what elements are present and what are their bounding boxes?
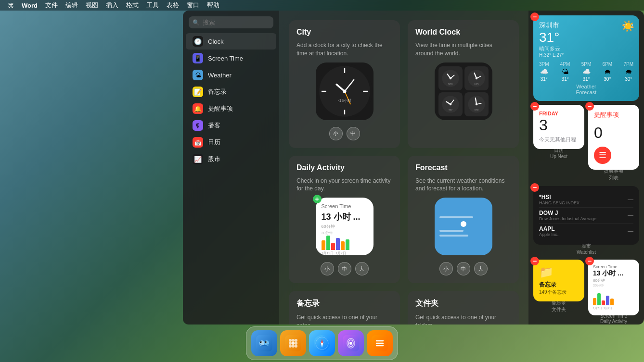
st-hours: 13 小时 ...	[322, 211, 361, 223]
svg-point-59	[349, 342, 352, 345]
stock-hsi-row: *HSI HANG SENG INDEX —	[539, 192, 633, 208]
mini-clock-svg-3: TKY	[440, 94, 461, 115]
city-clock-widget[interactable]: -15小时	[316, 62, 374, 120]
st-sublabel: 60分钟	[322, 224, 335, 230]
files-desc: Get quick access to one of your folders.	[415, 313, 511, 325]
widget-gallery: City Add a clock for a city to check the…	[279, 11, 528, 325]
files-title: 文件夹	[415, 299, 511, 309]
dock-finder[interactable]	[251, 330, 277, 356]
apple-menu[interactable]: ⌘	[4, 2, 18, 9]
svg-point-33	[475, 103, 477, 105]
notes-app-icon: 📝	[193, 87, 203, 97]
stocks-label: 股市 Watchlist	[533, 243, 639, 255]
notes-widget: − 📁 备忘录 149个备忘录	[533, 260, 584, 301]
menu-table[interactable]: 表格	[163, 1, 183, 10]
daily-activity-size-small[interactable]: 小	[321, 262, 334, 275]
svg-text:LON: LON	[474, 83, 478, 85]
forecast-item-1: 3PM ☁️ 31°	[539, 62, 549, 82]
city-size-medium[interactable]: 中	[347, 127, 360, 140]
forecast-size-medium[interactable]: 中	[457, 262, 470, 275]
menu-insert[interactable]: 插入	[102, 1, 122, 10]
notes-gallery-title: 备忘录	[296, 299, 392, 309]
svg-point-41	[266, 342, 267, 343]
search-box[interactable]: 🔍	[189, 16, 273, 28]
daily-activity-size-medium[interactable]: 中	[338, 262, 351, 275]
city-size-small[interactable]: 小	[329, 127, 343, 140]
reminders-widget: − 提醒事项 0 ☰	[588, 105, 639, 170]
daily-activity-widget[interactable]: + Screen Time 13 小时 ... 60分钟 30分钟 7月1	[316, 198, 374, 255]
remove-screen-time-btn[interactable]: −	[585, 257, 594, 265]
daily-activity-size-large[interactable]: 大	[355, 262, 369, 275]
forecast-item-5: 7PM 🌧 30°	[623, 62, 633, 82]
sidebar-item-podcasts[interactable]: 🎙 播客	[186, 117, 276, 134]
stock-aapl-row: AAPL Apple Inc.. —	[539, 224, 633, 239]
screen-time-right-widget: − Screen Time 13 小时 ... 60分钟 30分钟 1月7日1月…	[588, 260, 639, 315]
sidebar-item-screen-time[interactable]: 📱 Screen Time	[186, 50, 276, 66]
finder-icon	[256, 335, 272, 351]
notes-folder-icon: 📁	[539, 265, 579, 279]
forecast-widget[interactable]	[435, 198, 492, 255]
svg-point-47	[292, 342, 295, 345]
sidebar-item-label-screen-time: Screen Time	[208, 55, 243, 62]
svg-point-9	[343, 89, 346, 93]
sidebar-item-notes[interactable]: 📝 备忘录	[186, 84, 276, 100]
remove-weather-btn[interactable]: −	[530, 12, 539, 21]
svg-point-21	[475, 77, 477, 79]
dowj-value: —	[628, 212, 633, 219]
sidebar-item-clock[interactable]: 🕐 Clock	[186, 33, 276, 50]
remove-calendar-btn[interactable]: −	[530, 102, 539, 111]
daily-activity-title: Daily Activity	[296, 163, 392, 172]
forecast-size-large[interactable]: 大	[474, 262, 488, 275]
launchpad-icon	[285, 335, 301, 351]
svg-text:-15小时: -15小时	[337, 98, 351, 102]
forecast-item-3: 5PM ☁️ 31°	[581, 62, 592, 82]
menu-window[interactable]: 窗口	[183, 1, 203, 10]
search-input[interactable]	[203, 19, 270, 26]
dock-launchpad[interactable]	[280, 330, 306, 356]
sidebar-item-calendar[interactable]: 📅 日历	[186, 134, 276, 150]
menu-format[interactable]: 格式	[122, 1, 142, 10]
menu-view[interactable]: 视图	[82, 1, 102, 10]
calendar-no-events: 今天无其他日程	[539, 136, 579, 143]
widget-section-world-clock: World Clock View the time in multiple ci…	[408, 20, 519, 148]
stocks-app-icon: 📈	[193, 154, 203, 164]
remove-notes-btn[interactable]: −	[530, 257, 539, 265]
daily-activity-preview: + Screen Time 13 小时 ... 60分钟 30分钟 7月1	[296, 198, 392, 255]
stocks-container: − *HSI HANG SENG INDEX — DOW J Dow Jones…	[533, 186, 639, 256]
sidebar-item-weather[interactable]: 🌤 Weather	[186, 67, 276, 83]
sidebar-item-reminders[interactable]: 🔔 提醒事项	[186, 100, 276, 117]
st-right-sublabel: 60分钟	[593, 278, 634, 283]
forecast-title: Forecast	[415, 163, 511, 172]
forecast-lines	[435, 212, 492, 241]
sidebar-item-stocks[interactable]: 📈 股市	[186, 151, 276, 167]
stock-dowj-row: DOW J Dow Jones Industrial Average —	[539, 208, 633, 224]
forecast-item-2: 4PM 🌤 31°	[560, 62, 570, 82]
dock-safari[interactable]	[309, 330, 335, 356]
menu-tools[interactable]: 工具	[142, 1, 163, 10]
stocks-widget: *HSI HANG SENG INDEX — DOW J Dow Jones I…	[533, 186, 639, 245]
notes-col: − 📁 备忘录 149个备忘录 备忘录 文件夹	[533, 260, 584, 325]
dock-lists[interactable]	[367, 330, 393, 356]
svg-point-48	[295, 342, 297, 345]
forecast-size-small[interactable]: 小	[439, 262, 453, 275]
reminders-icon: ☰	[594, 147, 611, 164]
app-name[interactable]: Word	[18, 2, 41, 9]
svg-point-27	[449, 103, 451, 105]
menu-file[interactable]: 文件	[41, 1, 62, 10]
dock	[246, 326, 398, 360]
remove-reminders-btn[interactable]: −	[585, 102, 594, 111]
mini-clock-1: NYC	[438, 66, 463, 90]
menu-help[interactable]: 帮助	[203, 1, 223, 10]
remove-stocks-btn[interactable]: −	[530, 183, 539, 192]
add-widget-icon[interactable]: +	[313, 195, 322, 203]
city-preview-area: -15小时	[296, 62, 392, 120]
dock-siri[interactable]	[338, 330, 364, 356]
world-clock-widget[interactable]: NYC LON	[435, 62, 492, 120]
menu-edit[interactable]: 编辑	[62, 1, 82, 10]
clock-app-icon: 🕐	[193, 36, 203, 47]
weather-app-icon: 🌤	[193, 70, 203, 80]
daily-activity-desc: Check in on your screen time activity fo…	[296, 177, 392, 193]
svg-point-51	[295, 345, 297, 348]
svg-point-39	[261, 342, 262, 343]
hsi-value: —	[628, 196, 633, 203]
